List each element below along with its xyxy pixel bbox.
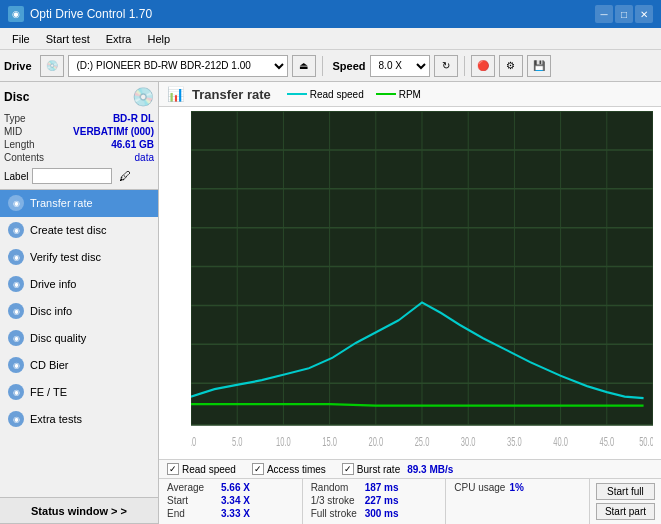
status-window-button[interactable]: Status window > > — [0, 498, 158, 524]
contents-value: data — [135, 152, 154, 163]
drive-info-icon: ◉ — [8, 276, 24, 292]
legend-rpm-label: RPM — [399, 89, 421, 100]
drive-icon-btn[interactable]: 💿 — [40, 55, 64, 77]
speed-label: Speed — [333, 60, 366, 72]
average-label: Average — [167, 482, 217, 493]
cpu-value: 1% — [509, 482, 523, 493]
nav-cd-bier[interactable]: ◉ CD Bier — [0, 352, 158, 379]
nav-extra-tests-label: Extra tests — [30, 413, 82, 425]
toolbar-separator-2 — [464, 56, 465, 76]
svg-text:25.0: 25.0 — [415, 435, 430, 448]
chart-footer: ✓ Read speed ✓ Access times ✓ Burst rate… — [159, 459, 661, 524]
full-stroke-value: 300 ms — [365, 508, 399, 519]
toolbar-btn-3[interactable]: 💾 — [527, 55, 551, 77]
nav-fe-te-label: FE / TE — [30, 386, 67, 398]
menu-start-test[interactable]: Start test — [38, 31, 98, 47]
label-text: Label — [4, 171, 28, 182]
chart-area: 📊 Transfer rate Read speed RPM — [159, 82, 661, 524]
nav-transfer-rate-label: Transfer rate — [30, 197, 93, 209]
svg-text:0.0: 0.0 — [191, 435, 197, 448]
legend-rpm: RPM — [376, 89, 421, 100]
rpm-line — [376, 93, 396, 95]
nav-disc-quality-label: Disc quality — [30, 332, 86, 344]
minimize-button[interactable]: ─ — [595, 5, 613, 23]
close-button[interactable]: ✕ — [635, 5, 653, 23]
toolbar: Drive 💿 (D:) PIONEER BD-RW BDR-212D 1.00… — [0, 50, 661, 82]
chart-container: 18 X 16 X 14 X 12 X 10 X 8 X 6 X 4 X 2 X… — [159, 107, 661, 459]
speed-refresh-btn[interactable]: ↻ — [434, 55, 458, 77]
read-speed-checkbox[interactable]: ✓ — [167, 463, 179, 475]
app-title: Opti Drive Control 1.70 — [30, 7, 152, 21]
disc-panel: Disc 💿 Type BD-R DL MID VERBATIMf (000) … — [0, 82, 158, 190]
transfer-rate-icon: ◉ — [8, 195, 24, 211]
nav-create-test-disc-label: Create test disc — [30, 224, 106, 236]
menu-file[interactable]: File — [4, 31, 38, 47]
nav-create-test-disc[interactable]: ◉ Create test disc — [0, 217, 158, 244]
chart-title: Transfer rate — [192, 87, 271, 102]
end-value: 3.33 X — [221, 508, 250, 519]
legend-read-speed: Read speed — [287, 89, 364, 100]
create-test-disc-icon: ◉ — [8, 222, 24, 238]
nav-disc-info[interactable]: ◉ Disc info — [0, 298, 158, 325]
nav-drive-info-label: Drive info — [30, 278, 76, 290]
speed-select[interactable]: 8.0 X — [370, 55, 430, 77]
svg-text:15.0: 15.0 — [322, 435, 337, 448]
toolbar-separator — [322, 56, 323, 76]
nav-items: ◉ Transfer rate ◉ Create test disc ◉ Ver… — [0, 190, 158, 497]
sidebar: Disc 💿 Type BD-R DL MID VERBATIMf (000) … — [0, 82, 159, 524]
status-window: Status window > > — [0, 497, 158, 524]
nav-fe-te[interactable]: ◉ FE / TE — [0, 379, 158, 406]
nav-extra-tests[interactable]: ◉ Extra tests — [0, 406, 158, 433]
nav-disc-info-label: Disc info — [30, 305, 72, 317]
nav-transfer-rate[interactable]: ◉ Transfer rate — [0, 190, 158, 217]
svg-text:35.0: 35.0 — [507, 435, 522, 448]
start-part-button[interactable]: Start part — [596, 503, 655, 520]
mid-label: MID — [4, 126, 22, 137]
nav-verify-test-disc[interactable]: ◉ Verify test disc — [0, 244, 158, 271]
nav-verify-test-disc-label: Verify test disc — [30, 251, 101, 263]
burst-rate-value: 89.3 MB/s — [407, 464, 453, 475]
drive-label: Drive — [4, 60, 32, 72]
nav-drive-info[interactable]: ◉ Drive info — [0, 271, 158, 298]
read-speed-check[interactable]: ✓ Read speed — [167, 463, 236, 475]
menu-bar: File Start test Extra Help — [0, 28, 661, 50]
svg-text:10.0: 10.0 — [276, 435, 291, 448]
legend-read-speed-label: Read speed — [310, 89, 364, 100]
access-times-checkbox[interactable]: ✓ — [252, 463, 264, 475]
toolbar-btn-2[interactable]: ⚙ — [499, 55, 523, 77]
menu-help[interactable]: Help — [139, 31, 178, 47]
svg-text:40.0: 40.0 — [553, 435, 568, 448]
title-bar: ◉ Opti Drive Control 1.70 ─ □ ✕ — [0, 0, 661, 28]
svg-text:5.0: 5.0 — [232, 435, 243, 448]
cpu-label: CPU usage — [454, 482, 505, 493]
stroke13-label: 1/3 stroke — [311, 495, 361, 506]
nav-cd-bier-label: CD Bier — [30, 359, 69, 371]
verify-test-disc-icon: ◉ — [8, 249, 24, 265]
svg-text:20.0: 20.0 — [368, 435, 383, 448]
main-content: Disc 💿 Type BD-R DL MID VERBATIMf (000) … — [0, 82, 661, 524]
burst-rate-check[interactable]: ✓ Burst rate 89.3 MB/s — [342, 463, 454, 475]
end-label: End — [167, 508, 217, 519]
cd-bier-icon: ◉ — [8, 357, 24, 373]
average-value: 5.66 X — [221, 482, 250, 493]
random-value: 187 ms — [365, 482, 399, 493]
burst-rate-checkbox[interactable]: ✓ — [342, 463, 354, 475]
maximize-button[interactable]: □ — [615, 5, 633, 23]
type-value: BD-R DL — [113, 113, 154, 124]
burst-rate-check-label: Burst rate — [357, 464, 400, 475]
length-value: 46.61 GB — [111, 139, 154, 150]
label-input[interactable] — [32, 168, 112, 184]
eject-button[interactable]: ⏏ — [292, 55, 316, 77]
start-full-button[interactable]: Start full — [596, 483, 655, 500]
app-icon: ◉ — [8, 6, 24, 22]
nav-disc-quality[interactable]: ◉ Disc quality — [0, 325, 158, 352]
contents-label: Contents — [4, 152, 44, 163]
drive-select[interactable]: (D:) PIONEER BD-RW BDR-212D 1.00 — [68, 55, 288, 77]
disc-panel-title: Disc — [4, 90, 29, 104]
menu-extra[interactable]: Extra — [98, 31, 140, 47]
disc-panel-icon: 💿 — [132, 86, 154, 108]
access-times-check[interactable]: ✓ Access times — [252, 463, 326, 475]
label-icon-btn[interactable]: 🖊 — [116, 167, 134, 185]
svg-text:30.0: 30.0 — [461, 435, 476, 448]
toolbar-btn-1[interactable]: 🔴 — [471, 55, 495, 77]
